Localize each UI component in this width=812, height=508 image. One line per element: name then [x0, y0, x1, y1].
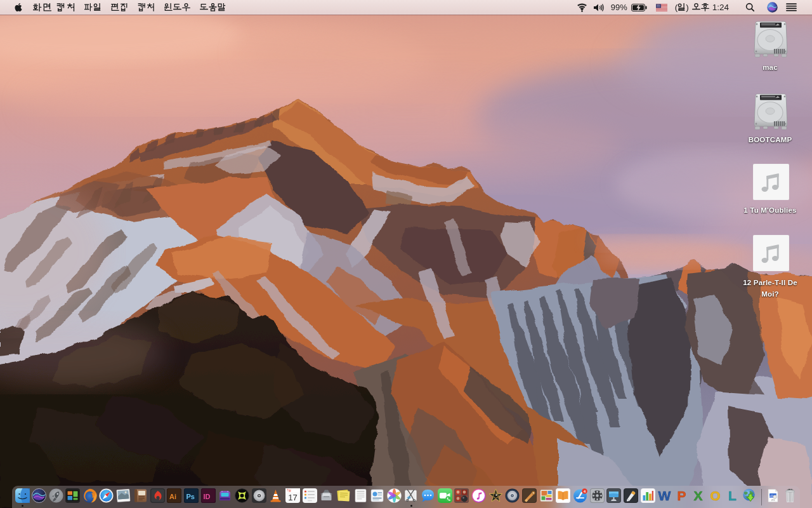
svg-text:17: 17: [288, 493, 297, 502]
svg-text:O: O: [710, 488, 720, 503]
svg-text:JPG: JPG: [771, 499, 775, 502]
svg-text:L: L: [728, 488, 737, 503]
svg-text:4: 4: [584, 489, 586, 493]
svg-text:Ps: Ps: [187, 493, 195, 500]
svg-text:X: X: [693, 488, 702, 503]
svg-text:P: P: [677, 488, 686, 503]
svg-text:W: W: [658, 488, 671, 503]
svg-text:ID: ID: [204, 493, 211, 500]
svg-text:Ai: Ai: [169, 493, 176, 500]
svg-text:7월: 7월: [287, 489, 291, 492]
